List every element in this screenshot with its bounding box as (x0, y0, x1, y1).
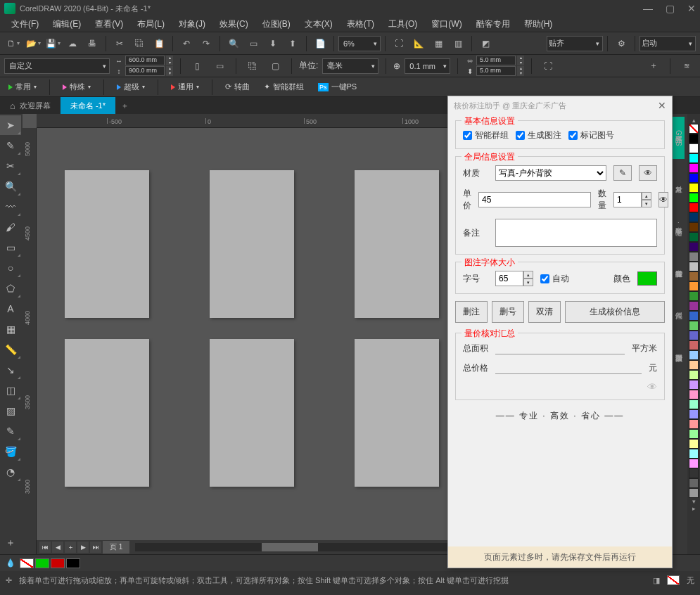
qty-spinner[interactable]: ▴▾ (613, 192, 651, 207)
qty-input[interactable] (613, 192, 642, 207)
overprint-button[interactable]: ◩ (476, 34, 495, 53)
paste-button[interactable]: 📋 (150, 34, 168, 53)
currentpage-button[interactable]: ▢ (266, 57, 284, 75)
undo-button[interactable]: ↶ (177, 34, 196, 53)
minimize-button[interactable]: — (643, 3, 653, 14)
color-swatch[interactable] (689, 350, 699, 360)
note-input[interactable] (495, 219, 657, 247)
polygon-tool[interactable]: ⬠ (0, 279, 21, 298)
plugin-special[interactable]: 特殊▾ (58, 80, 95, 94)
palette-menu[interactable]: ▸ (692, 505, 696, 512)
page-rect[interactable] (355, 339, 439, 487)
search-button[interactable]: 🔍 (224, 34, 243, 53)
current-fill-swatch[interactable] (667, 575, 680, 585)
crop-tool[interactable]: ✂ (0, 156, 21, 176)
chk-caption[interactable]: 生成图注 (516, 129, 561, 141)
edit-material-button[interactable]: ✎ (613, 165, 632, 181)
menu-kuke[interactable]: 酷客专用 (471, 17, 516, 32)
plugin-smartgroup[interactable]: ✦智能群组 (260, 80, 308, 94)
publish-button[interactable]: 📄 (311, 34, 329, 53)
ruler-vertical[interactable]: 5000 4500 4000 3500 3000 (23, 128, 37, 554)
color-swatch[interactable] (689, 360, 699, 370)
artistic-tool[interactable]: 🖌 (0, 217, 21, 237)
color-swatch[interactable] (689, 468, 699, 478)
color-swatch[interactable] (689, 449, 699, 459)
text-tool[interactable]: A (0, 299, 21, 319)
table-tool[interactable]: ▦ (0, 319, 21, 339)
options-button[interactable]: ⚙ (612, 34, 630, 53)
color-swatch[interactable] (689, 134, 699, 143)
color-swatch[interactable] (689, 193, 699, 203)
page-rect[interactable] (65, 170, 149, 318)
color-swatch[interactable] (689, 301, 699, 311)
page-rect[interactable] (65, 339, 149, 487)
fill-none[interactable] (20, 558, 34, 568)
color-swatch[interactable] (689, 183, 699, 193)
color-swatch[interactable] (689, 232, 699, 242)
panel-close-button[interactable]: ✕ (658, 100, 666, 111)
snap-label[interactable]: 贴齐 (547, 36, 603, 51)
swatch-none[interactable] (689, 124, 699, 134)
color-swatch[interactable] (689, 222, 699, 232)
color-swatch[interactable] (689, 370, 699, 380)
print-button[interactable]: 🖶 (83, 34, 101, 53)
menu-text[interactable]: 文本(X) (299, 17, 338, 32)
plugin-tocurve[interactable]: ⟳转曲 (221, 80, 254, 94)
ellipse-tool[interactable]: ○ (0, 258, 21, 278)
dup-y[interactable]: 5.0 mm (476, 66, 516, 76)
fill-drop-icon[interactable]: 💧 (6, 558, 15, 568)
menu-window[interactable]: 窗口(W) (426, 17, 467, 32)
import-button[interactable]: ⬇ (264, 34, 282, 53)
color-swatch[interactable] (689, 488, 699, 498)
chk-auto[interactable]: 自动 (540, 273, 569, 285)
tab-document[interactable]: 未命名 -1* (61, 97, 115, 114)
cut-button[interactable]: ✂ (110, 34, 129, 53)
page-height[interactable]: 900.0 mm (125, 66, 165, 76)
plugin-ps[interactable]: Ps一键PS (314, 80, 361, 94)
menu-object[interactable]: 对象(J) (173, 17, 211, 32)
last-page[interactable]: ⏭ (90, 542, 101, 553)
menu-file[interactable]: 文件(F) (6, 17, 44, 32)
grid-button[interactable]: ▦ (429, 34, 447, 53)
plugin-super[interactable]: 超级▾ (113, 80, 149, 94)
fill-red[interactable] (51, 558, 65, 568)
eye-icon[interactable]: 👁 (463, 381, 657, 392)
color-swatch[interactable] (689, 340, 699, 350)
page-preset[interactable]: 自定义 (4, 58, 110, 74)
menu-tools[interactable]: 工具(O) (383, 17, 423, 32)
color-swatch[interactable] (689, 311, 699, 321)
menu-bitmap[interactable]: 位图(B) (257, 17, 296, 32)
open-button[interactable]: 📂 (24, 34, 42, 53)
unit-select[interactable]: 毫米 (322, 58, 378, 74)
guides-button[interactable]: ▥ (449, 34, 467, 53)
color-swatch[interactable] (689, 291, 699, 301)
eyedropper-tool[interactable]: ✎ (0, 421, 21, 441)
plugin-common[interactable]: 常用▾ (4, 80, 41, 94)
material-select[interactable]: 写真-户外背胶 (495, 165, 606, 181)
zoom-tool[interactable]: 🔍 (0, 177, 21, 196)
delete-number-button[interactable]: 删号 (492, 301, 524, 323)
color-swatch[interactable] (689, 271, 699, 281)
color-swatch[interactable] (689, 143, 699, 153)
color-swatch[interactable] (689, 163, 699, 173)
menu-view[interactable]: 查看(V) (89, 17, 129, 32)
page-rect[interactable] (355, 170, 439, 318)
page-label[interactable]: 页 1 (103, 541, 129, 554)
color-swatch[interactable] (689, 419, 699, 429)
menu-table[interactable]: 表格(T) (341, 17, 380, 32)
panel-titlebar[interactable]: 核价标注助手 @ 重庆金广禾广告 ✕ (448, 96, 672, 115)
color-picker[interactable] (637, 271, 657, 286)
color-swatch[interactable] (689, 173, 699, 183)
allpages-button[interactable]: ⿻ (243, 57, 262, 75)
color-swatch[interactable] (689, 212, 699, 222)
fontsize-spinner[interactable]: ▴▾ (495, 271, 533, 286)
color-swatch[interactable] (689, 429, 699, 439)
page-width[interactable]: 600.0 mm (125, 56, 165, 65)
nudge-input[interactable]: 0.1 mm (405, 58, 450, 74)
view-material-button[interactable]: 👁 (639, 165, 657, 181)
height-spinner[interactable]: ▴▾ (166, 66, 173, 76)
crop-button[interactable]: ⛶ (539, 57, 557, 75)
fill-indicator-icon[interactable]: ◨ (653, 576, 660, 585)
tab-add[interactable]: ＋ (115, 97, 135, 114)
redo-button[interactable]: ↷ (197, 34, 215, 53)
